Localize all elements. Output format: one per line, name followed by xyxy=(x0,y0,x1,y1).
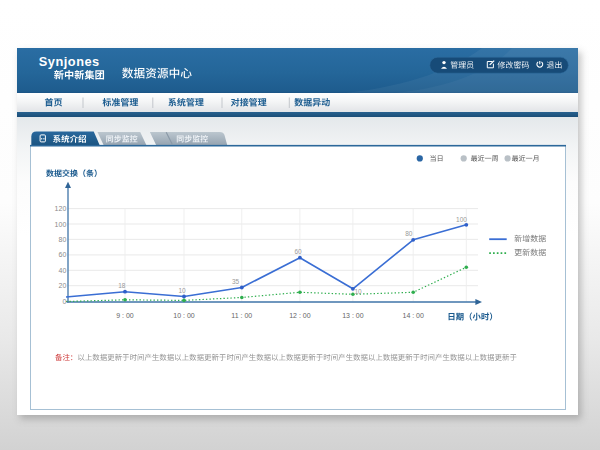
svg-text:10 : 00: 10 : 00 xyxy=(173,312,195,319)
svg-text:11 : 00: 11 : 00 xyxy=(231,312,252,319)
svg-text:60: 60 xyxy=(294,248,302,255)
svg-text:100: 100 xyxy=(55,221,67,228)
svg-text:14 : 00: 14 : 00 xyxy=(402,312,424,319)
svg-text:10: 10 xyxy=(354,288,362,295)
svg-text:100: 100 xyxy=(456,216,467,223)
svg-text:35: 35 xyxy=(232,278,240,285)
svg-text:80: 80 xyxy=(405,230,413,237)
svg-text:20: 20 xyxy=(59,282,67,289)
svg-text:40: 40 xyxy=(59,267,67,274)
svg-text:13 : 00: 13 : 00 xyxy=(342,312,364,319)
svg-text:60: 60 xyxy=(59,251,67,258)
svg-text:12 : 00: 12 : 00 xyxy=(289,312,311,319)
svg-text:18: 18 xyxy=(118,282,126,289)
svg-text:80: 80 xyxy=(59,236,67,243)
svg-text:Synjones: Synjones xyxy=(39,54,100,69)
svg-text:9 : 00: 9 : 00 xyxy=(116,312,134,319)
svg-text:0: 0 xyxy=(62,298,66,305)
svg-text:120: 120 xyxy=(55,205,67,212)
svg-text:10: 10 xyxy=(178,287,186,294)
